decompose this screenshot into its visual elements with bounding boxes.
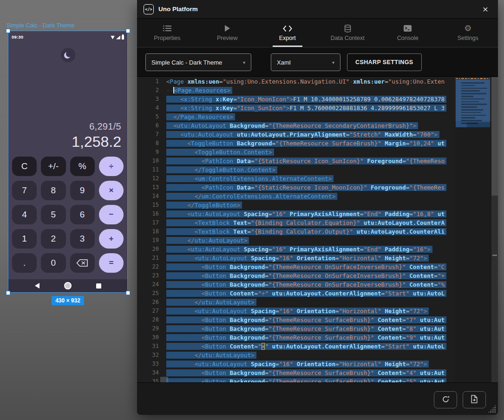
code-line-33: 33········<utu:AutoLayout·Spacing="16"·O…: [137, 360, 455, 368]
page-select[interactable]: Simple Calc - Dark Theme ▾: [145, 53, 251, 71]
export-file-button[interactable]: [463, 391, 486, 408]
nav-recents-icon[interactable]: [96, 283, 101, 289]
code-line-18: 18········<TextBlock·Text="{Binding·Calc…: [137, 227, 455, 236]
preview-icon: [224, 24, 230, 33]
scrollbar-tick: [492, 255, 497, 256]
format-select[interactable]: Xaml ▾: [271, 53, 340, 71]
desktop: Simple Calc - Dark Theme 09:30 6,291/5 1…: [0, 0, 504, 420]
key-−[interactable]: −: [99, 205, 124, 224]
code-line-19: 19······</utu:AutoLayout>: [137, 236, 455, 245]
key-0[interactable]: 0: [41, 253, 65, 273]
horizontal-scrollbar[interactable]: [160, 377, 168, 382]
code-line-11: 11········</ToggleButton.Content>: [137, 165, 455, 174]
vertical-scrollbar[interactable]: [491, 77, 498, 382]
theme-toggle-button[interactable]: [61, 48, 75, 62]
key-1[interactable]: 1: [12, 229, 37, 249]
key-÷[interactable]: ÷: [99, 157, 124, 176]
line-number: 11: [137, 165, 166, 174]
key-C[interactable]: C: [12, 157, 37, 176]
key-7[interactable]: 7: [12, 181, 37, 200]
tab-data-context[interactable]: Data Context: [318, 19, 378, 47]
console-icon: [403, 24, 412, 33]
code-line-9: 9········<ToggleButton.Content>: [137, 148, 455, 157]
tab-label: Settings: [458, 35, 478, 41]
key-8[interactable]: 8: [41, 181, 65, 200]
code-line-28: 28··········<Button·Background="{ThemeRe…: [137, 315, 455, 324]
export-controls: Simple Calc - Dark Theme ▾ Xaml ▾ CSHARP…: [137, 47, 498, 77]
line-number: 1: [137, 77, 166, 86]
line-number: 5: [137, 112, 166, 121]
phone-preview[interactable]: 09:30 6,291/5 1,258.2 C+/-%÷789×456−123+…: [8, 31, 128, 293]
tab-label: Data Context: [331, 35, 365, 41]
tab-label: Console: [397, 35, 419, 41]
chevron-down-icon: ▾: [326, 60, 334, 65]
uno-logo-icon: </>: [144, 4, 154, 14]
line-number: 34: [137, 368, 166, 377]
line-number: 8: [137, 139, 166, 148]
tab-properties[interactable]: Properties: [137, 19, 197, 47]
selection-handle-bottom-right[interactable]: [126, 291, 130, 295]
line-number: 20: [137, 245, 166, 254]
line-number: 32: [137, 351, 166, 360]
key-.[interactable]: .: [12, 253, 37, 273]
vertical-scrollbar-thumb[interactable]: [491, 77, 498, 196]
line-number: 6: [137, 121, 166, 130]
android-nav-bar: [8, 279, 127, 292]
selection-handle-top-left[interactable]: [6, 29, 10, 33]
code-line-23: 23··········<Button·Background="{ThemeRe…: [137, 271, 455, 280]
chevron-down-icon: ▾: [236, 60, 245, 65]
code-line-5: 5··</Page.Resources>: [137, 112, 455, 121]
code-line-24: 24··········<Button·Background="{ThemeRe…: [137, 280, 455, 289]
selection-handle-bottom-left[interactable]: [6, 291, 10, 295]
key-backspace[interactable]: [70, 253, 95, 273]
key-%[interactable]: %: [70, 157, 95, 176]
code-line-1: 1<Page·xmlns:uen="using:Uno.Extensions.N…: [137, 77, 455, 86]
csharp-settings-button[interactable]: CSHARP SETTINGS: [347, 53, 422, 71]
key-9[interactable]: 9: [70, 181, 95, 200]
nav-home-icon[interactable]: [64, 282, 72, 289]
tab-label: Properties: [154, 35, 180, 41]
code-line-14: 14········</um:ControlExtensions.Alterna…: [137, 192, 455, 201]
key-6[interactable]: 6: [70, 205, 95, 224]
key-×[interactable]: ×: [99, 181, 124, 200]
code-line-26: 26········</utu:AutoLayout>: [137, 298, 455, 307]
selection-handle-top-right[interactable]: [126, 29, 130, 33]
resize-grip[interactable]: [488, 405, 496, 413]
minimap[interactable]: [455, 77, 491, 382]
code-line-2: 2··<Page.Resources>: [137, 86, 455, 95]
code-lines[interactable]: 1<Page·xmlns:uen="using:Uno.Extensions.N…: [137, 77, 455, 382]
code-line-12: 12········<um:ControlExtensions.Alternat…: [137, 174, 455, 183]
key-3[interactable]: 3: [70, 229, 95, 249]
line-number: 13: [137, 183, 166, 192]
code-line-15: 15······</ToggleButton>: [137, 201, 455, 210]
line-number: 29: [137, 324, 166, 333]
line-number: 26: [137, 298, 166, 307]
key-=[interactable]: =: [99, 253, 124, 273]
calc-keypad: C+/-%÷789×456−123+.0=: [12, 157, 124, 273]
bottom-panel: [137, 382, 498, 415]
line-number: 27: [137, 307, 166, 315]
key-+[interactable]: +: [99, 229, 124, 249]
key-4[interactable]: 4: [12, 205, 37, 224]
window-title-bar: </> Uno Platform ×: [137, 0, 498, 19]
tab-label: Export: [279, 35, 296, 41]
tab-export[interactable]: Export: [257, 19, 318, 47]
key-5[interactable]: 5: [41, 205, 65, 224]
nav-back-icon[interactable]: [35, 283, 39, 289]
phone-preview-title: Simple Calc - Dark Theme: [7, 22, 74, 29]
line-number: 23: [137, 271, 166, 280]
line-number: 22: [137, 262, 166, 271]
refresh-button[interactable]: [434, 391, 457, 408]
uno-platform-window: </> Uno Platform × PropertiesPreviewExpo…: [137, 0, 498, 415]
close-icon[interactable]: ×: [479, 4, 491, 14]
key-+/-[interactable]: +/-: [41, 157, 65, 176]
line-number: 9: [137, 148, 166, 157]
page-select-value: Simple Calc - Dark Theme: [151, 59, 222, 66]
key-2[interactable]: 2: [41, 229, 65, 249]
size-badge: 430 × 932: [52, 296, 84, 305]
tab-label: Preview: [217, 35, 237, 41]
tab-settings[interactable]: ⚙Settings: [438, 19, 498, 47]
line-number: 21: [137, 254, 166, 262]
tab-preview[interactable]: Preview: [197, 19, 258, 47]
tab-console[interactable]: Console: [378, 19, 438, 47]
